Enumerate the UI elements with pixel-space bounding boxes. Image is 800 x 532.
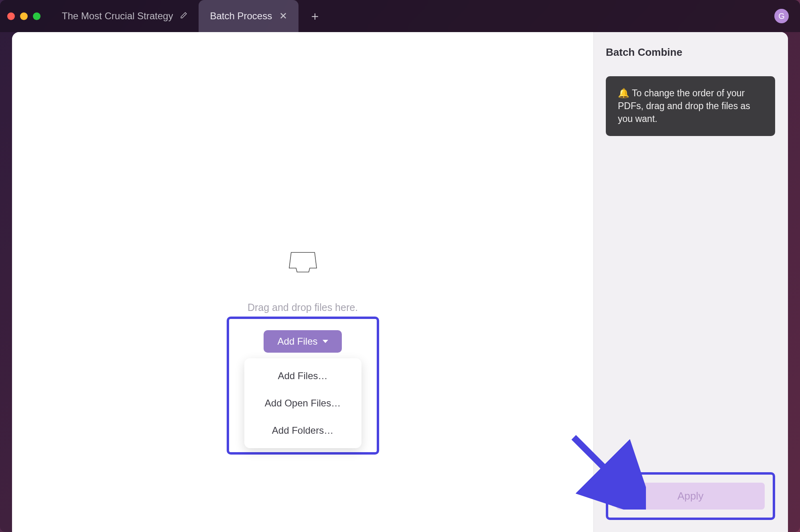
avatar-initial: G [778, 12, 785, 21]
chevron-down-icon [323, 340, 328, 343]
dropdown-item-add-folders[interactable]: Add Folders… [244, 417, 361, 444]
tip-callout: 🔔 To change the order of your PDFs, drag… [606, 76, 775, 136]
inbox-icon [287, 249, 319, 279]
close-tab-icon[interactable]: ✕ [279, 10, 287, 22]
tab-title: Batch Process [210, 10, 272, 22]
annotation-highlight-apply: Apply [606, 472, 775, 520]
titlebar: The Most Crucial Strategy Batch Process … [0, 0, 800, 32]
annotation-highlight-add-files: Add Files Add Files… Add Open Files… Add… [227, 317, 379, 455]
apply-button[interactable]: Apply [616, 483, 765, 510]
fullscreen-window-button[interactable] [33, 12, 41, 20]
add-files-button[interactable]: Add Files [264, 330, 341, 353]
tab-active[interactable]: Batch Process ✕ [199, 0, 298, 32]
dropdown-item-add-files[interactable]: Add Files… [244, 362, 361, 390]
dropdown-item-add-open-files[interactable]: Add Open Files… [244, 390, 361, 417]
content-area: Drag and drop files here. Add Files Add … [12, 32, 788, 532]
new-tab-button[interactable]: ＋ [298, 0, 331, 32]
main-panel: Drag and drop files here. Add Files Add … [12, 32, 593, 532]
app-window: The Most Crucial Strategy Batch Process … [0, 0, 800, 532]
minimize-window-button[interactable] [20, 12, 28, 20]
tab-title: The Most Crucial Strategy [62, 10, 173, 22]
pencil-icon[interactable] [180, 12, 187, 21]
window-controls [7, 12, 41, 20]
tab-inactive-0[interactable]: The Most Crucial Strategy [51, 0, 199, 32]
add-files-button-label: Add Files [277, 336, 317, 347]
apply-button-label: Apply [677, 490, 703, 502]
tip-text: 🔔 To change the order of your PDFs, drag… [618, 88, 750, 124]
right-sidebar: Batch Combine 🔔 To change the order of y… [593, 32, 788, 532]
tab-bar: The Most Crucial Strategy Batch Process … [51, 0, 774, 32]
add-files-dropdown: Add Files… Add Open Files… Add Folders… [244, 358, 361, 448]
sidebar-title: Batch Combine [606, 46, 775, 59]
user-avatar[interactable]: G [774, 9, 789, 23]
drop-hint-text: Drag and drop files here. [248, 302, 358, 313]
file-drop-area[interactable]: Drag and drop files here. Add Files Add … [227, 249, 379, 455]
close-window-button[interactable] [7, 12, 15, 20]
